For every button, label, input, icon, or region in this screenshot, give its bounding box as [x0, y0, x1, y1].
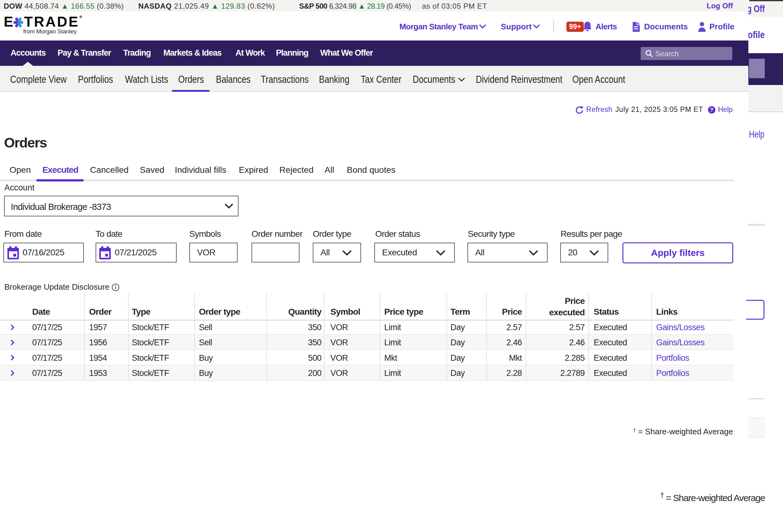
svg-text:?: ? — [710, 107, 713, 113]
